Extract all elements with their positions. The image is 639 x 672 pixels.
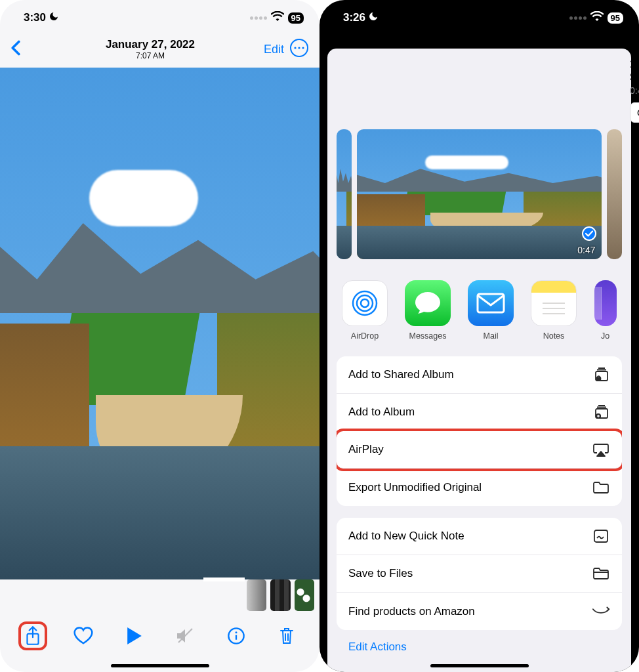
svg-point-1: [294, 47, 296, 49]
svg-marker-30: [597, 452, 605, 456]
preview-strip[interactable]: 0:47: [327, 129, 631, 262]
app-row[interactable]: AirDrop Messages Mail: [327, 262, 631, 356]
battery-indicator: 95: [288, 12, 304, 24]
svg-rect-31: [594, 530, 608, 542]
bottom-toolbar: [0, 611, 320, 650]
svg-point-8: [235, 631, 237, 633]
play-button[interactable]: [120, 621, 149, 650]
quicknote-icon: [592, 528, 610, 544]
cellular-dots-icon: [569, 16, 587, 20]
options-button[interactable]: Options: [630, 102, 639, 123]
main-photo: [0, 68, 320, 579]
app-label: Jo: [594, 331, 617, 341]
svg-point-3: [302, 47, 304, 49]
journal-icon: [594, 280, 617, 326]
action-label: AirPlay: [348, 443, 384, 456]
home-indicator[interactable]: [430, 664, 529, 667]
action-amazon[interactable]: Find products on Amazon: [337, 593, 622, 630]
share-sheet: 1 Video Selected 0:47 Options: [327, 49, 631, 672]
cellular-dots-icon: [250, 16, 267, 20]
svg-rect-15: [478, 294, 504, 312]
photos-detail-screen: 3:30 95 January 27, 2022 7:07 AM E: [0, 0, 320, 672]
status-bar: 3:30 95: [0, 0, 320, 35]
status-time: 3:26: [343, 11, 365, 24]
share-title: 1 Video Selected: [630, 58, 639, 84]
app-mail[interactable]: Mail: [468, 280, 514, 341]
action-save-files[interactable]: Save to Files: [337, 555, 622, 593]
svg-marker-5: [127, 627, 142, 644]
share-button[interactable]: [18, 621, 47, 650]
app-notes[interactable]: Notes: [531, 280, 577, 341]
thumbnail-strip[interactable]: [0, 579, 320, 611]
home-indicator[interactable]: [111, 664, 209, 667]
action-label: Add to Shared Album: [348, 368, 454, 381]
status-time: 3:30: [24, 11, 46, 24]
action-airplay[interactable]: AirPlay: [337, 431, 622, 469]
thumb[interactable]: [270, 579, 290, 611]
photo-time: 7:07 AM: [37, 51, 264, 60]
action-export-original[interactable]: Export Unmodified Original: [337, 469, 622, 506]
action-label: Save to Files: [348, 567, 413, 580]
share-sheet-screen: 3:26 95 1 Video Selected 0:47: [320, 0, 639, 672]
action-list-1: Add to Shared Album Add to Album AirPlay: [337, 356, 622, 506]
battery-indicator: 95: [608, 12, 623, 24]
action-label: Find products on Amazon: [348, 605, 475, 618]
detail-header: January 27, 2022 7:07 AM Edit: [0, 35, 320, 68]
shared-album-icon: [592, 367, 610, 383]
wifi-icon: [590, 11, 604, 24]
amazon-icon: [592, 604, 610, 620]
app-label: Notes: [531, 331, 577, 341]
app-airdrop[interactable]: AirDrop: [342, 280, 388, 341]
action-list-2: Add to New Quick Note Save to Files Find…: [337, 518, 622, 630]
svg-point-12: [361, 299, 369, 307]
favorite-button[interactable]: [69, 621, 98, 650]
status-bar: 3:26 95: [320, 0, 639, 35]
share-duration: 0:47: [630, 85, 639, 96]
preview-next[interactable]: [607, 129, 622, 259]
mute-button[interactable]: [171, 621, 199, 650]
photo-date: January 27, 2022: [37, 38, 264, 51]
svg-point-13: [357, 295, 373, 311]
thumb[interactable]: [247, 579, 266, 611]
app-label: AirDrop: [342, 331, 388, 341]
app-journal[interactable]: Jo: [594, 280, 617, 341]
edit-button[interactable]: Edit: [264, 43, 289, 56]
action-label: Export Unmodified Original: [348, 481, 482, 494]
album-add-icon: [592, 404, 610, 420]
trash-button[interactable]: [272, 621, 301, 650]
action-add-shared-album[interactable]: Add to Shared Album: [337, 356, 622, 394]
thumb[interactable]: [295, 579, 314, 611]
airdrop-icon: [342, 280, 388, 326]
info-button[interactable]: [222, 621, 251, 650]
mail-icon: [468, 280, 514, 326]
app-label: Mail: [468, 331, 514, 341]
more-button[interactable]: [289, 38, 309, 60]
moon-icon: [368, 11, 379, 25]
app-messages[interactable]: Messages: [405, 280, 451, 341]
action-quick-note[interactable]: Add to New Quick Note: [337, 518, 622, 555]
notes-icon: [531, 280, 577, 326]
messages-icon: [405, 280, 451, 326]
airplay-icon: [592, 442, 610, 457]
wifi-icon: [271, 11, 284, 24]
share-header: 1 Video Selected 0:47 Options: [327, 49, 631, 129]
action-add-album[interactable]: Add to Album: [337, 394, 622, 431]
action-label: Add to Album: [348, 406, 415, 419]
folder-icon: [592, 566, 610, 581]
preview-prev[interactable]: [337, 129, 352, 259]
moon-icon: [49, 11, 59, 25]
preview-duration: 0:47: [577, 245, 595, 255]
action-label: Add to New Quick Note: [348, 530, 464, 543]
svg-point-2: [298, 47, 300, 49]
app-label: Messages: [405, 331, 451, 341]
folder-icon: [592, 480, 610, 495]
photo-viewport[interactable]: [0, 68, 320, 579]
edit-actions-link[interactable]: Edit Actions: [327, 630, 631, 654]
back-button[interactable]: [10, 40, 37, 58]
svg-point-23: [598, 376, 600, 378]
preview-selected[interactable]: 0:47: [357, 129, 602, 259]
